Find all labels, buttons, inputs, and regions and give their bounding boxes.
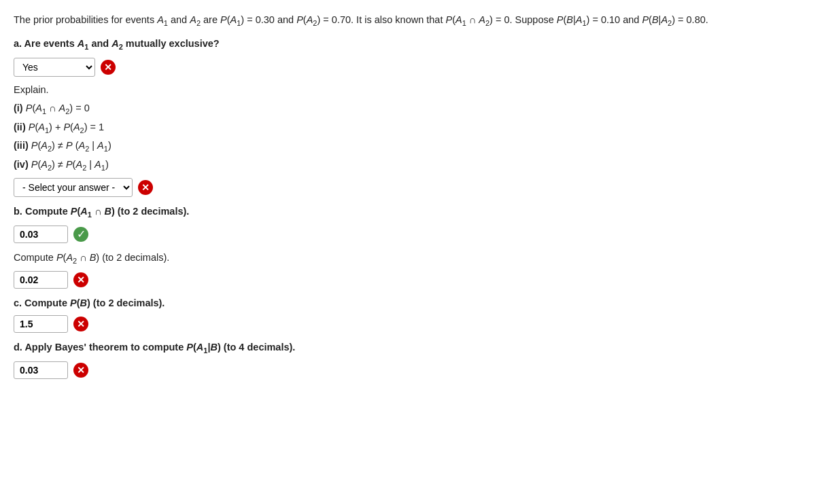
select-answer-dropdown[interactable]: - Select your answer - (i) (ii) (iii) (i… (14, 178, 133, 197)
problem-container: The prior probabilities for events A1 an… (14, 12, 812, 379)
explain-label: Explain. (14, 82, 812, 98)
part-b-input-1[interactable]: 0.03 (14, 226, 68, 243)
part-a-dropdown-row: Yes No ✕ (14, 58, 812, 77)
option-iv: (iv) P(A2) ≠ P(A2 | A1) (14, 157, 812, 174)
part-b-input-row-1: 0.03 ✓ (14, 226, 812, 243)
option-i: (i) P(A1 ∩ A2) = 0 (14, 101, 812, 118)
part-d-input[interactable]: 0.03 (14, 361, 68, 379)
part-c-input-row: 1.5 ✕ (14, 315, 812, 333)
part-a-wrong-icon: ✕ (101, 60, 116, 75)
part-d-input-row: 0.03 ✕ (14, 361, 812, 379)
part-b-label-2: Compute P(A2 ∩ B) (to 2 decimals). (14, 250, 812, 267)
part-d-wrong-icon: ✕ (73, 363, 88, 378)
part-b-label-1: b. Compute P(A1 ∩ B) (to 2 decimals). (14, 204, 812, 221)
intro-text: The prior probabilities for events A1 an… (14, 12, 812, 29)
part-b-wrong-icon: ✕ (73, 272, 88, 287)
part-d-label: d. Apply Bayes' theorem to compute P(A1|… (14, 340, 812, 357)
part-c-label: c. Compute P(B) (to 2 decimals). (14, 295, 812, 311)
part-a-label: a. Are events A1 and A2 mutually exclusi… (14, 36, 812, 53)
option-iii: (iii) P(A2) ≠ P (A2 | A1) (14, 138, 812, 155)
part-b-input-row-2: 0.02 ✕ (14, 271, 812, 289)
select-answer-row: - Select your answer - (i) (ii) (iii) (i… (14, 178, 812, 197)
mutually-exclusive-select[interactable]: Yes No (14, 58, 95, 77)
part-b-input-2[interactable]: 0.02 (14, 271, 68, 289)
part-c-wrong-icon: ✕ (73, 317, 88, 331)
option-ii: (ii) P(A1) + P(A2) = 1 (14, 120, 812, 137)
select-answer-wrong-icon: ✕ (138, 180, 153, 195)
part-b-correct-icon: ✓ (73, 227, 88, 242)
part-c-input[interactable]: 1.5 (14, 315, 68, 333)
